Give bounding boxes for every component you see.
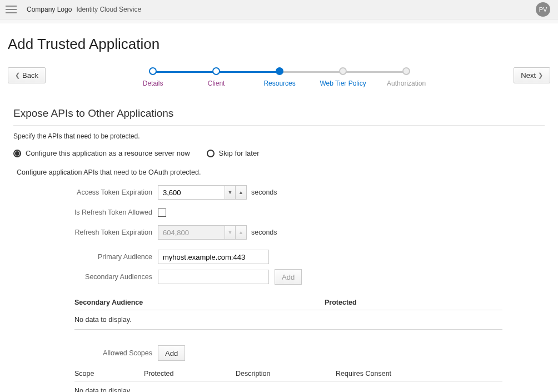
spinner-down-icon[interactable]: ▼: [225, 185, 236, 200]
spinner-up-icon: ▲: [236, 225, 247, 240]
next-label: Next: [521, 71, 536, 80]
refresh-token-expiration-input: [158, 225, 225, 240]
train-label: Details: [143, 80, 163, 87]
chevron-left-icon: ❮: [15, 72, 20, 79]
train-step-client[interactable]: Client: [185, 67, 248, 87]
train-step-resources[interactable]: Resources: [248, 67, 311, 87]
train-label: Client: [208, 80, 225, 87]
company-logo-text: Company Logo: [27, 6, 72, 13]
seconds-unit: seconds: [251, 188, 277, 196]
wizard-train: Details Client Resources Web Tier Policy: [46, 67, 514, 94]
radio-label: Skip for later: [219, 149, 260, 157]
header-separator: [0, 19, 558, 23]
access-token-expiration-label: Access Token Expiration: [13, 188, 158, 196]
spinner-down-icon: ▼: [225, 225, 236, 240]
avatar-initials: PV: [539, 6, 547, 13]
train-step-details[interactable]: Details: [121, 67, 185, 87]
primary-audience-input[interactable]: [158, 250, 269, 264]
col-protected: Protected: [144, 370, 236, 378]
next-button[interactable]: Next ❯: [514, 67, 550, 83]
add-scope-button[interactable]: Add: [158, 345, 185, 361]
col-requires-consent: Requires Consent: [336, 370, 391, 378]
spinner-up-icon[interactable]: ▲: [236, 185, 247, 200]
refresh-token-expiration-spinner: ▼ ▲: [158, 225, 247, 240]
col-scope: Scope: [74, 370, 144, 378]
wizard-navigation: ❮ Back Details Client Resources: [8, 67, 550, 94]
train-step-web-tier-policy[interactable]: Web Tier Policy: [311, 67, 375, 87]
col-protected: Protected: [325, 299, 357, 306]
service-name: Identity Cloud Service: [76, 6, 141, 13]
secondary-audiences-input[interactable]: [158, 270, 269, 284]
col-description: Description: [236, 370, 336, 378]
radio-label: Configure this application as a resource…: [26, 149, 190, 157]
train-label: Web Tier Policy: [320, 80, 366, 87]
menu-icon[interactable]: [6, 6, 17, 13]
allowed-scopes-label: Allowed Scopes: [13, 349, 158, 357]
secondary-audience-table: Secondary Audience Protected No data to …: [74, 295, 502, 330]
scopes-empty: No data to display.: [74, 381, 502, 392]
page-title: Add Trusted Application: [8, 36, 550, 53]
secondary-audiences-label: Secondary Audiences: [13, 273, 158, 281]
global-header: Company Logo Identity Cloud Service PV: [0, 0, 558, 19]
back-button[interactable]: ❮ Back: [8, 67, 46, 83]
section-title: Expose APIs to Other Applications: [13, 107, 545, 126]
access-token-expiration-input[interactable]: [158, 185, 225, 200]
refresh-token-expiration-label: Refresh Token Expiration: [13, 229, 158, 236]
train-label: Authorization: [387, 80, 426, 87]
train-step-authorization: Authorization: [375, 67, 438, 87]
train-label: Resources: [263, 80, 295, 87]
scopes-table: Scope Protected Description Requires Con…: [74, 366, 502, 392]
add-secondary-audience-button[interactable]: Add: [275, 269, 302, 285]
config-hint: Configure application APIs that need to …: [17, 168, 545, 176]
radio-configure-now[interactable]: Configure this application as a resource…: [13, 149, 190, 157]
chevron-right-icon: ❯: [538, 72, 543, 79]
secondary-audience-empty: No data to display.: [74, 310, 502, 330]
refresh-allowed-checkbox[interactable]: [158, 209, 166, 217]
primary-audience-label: Primary Audience: [13, 253, 158, 261]
access-token-expiration-spinner: ▼ ▲: [158, 185, 247, 200]
radio-icon: [207, 150, 215, 157]
col-secondary-audience: Secondary Audience: [74, 299, 325, 306]
radio-skip-later[interactable]: Skip for later: [207, 149, 260, 157]
seconds-unit: seconds: [251, 229, 277, 236]
user-avatar[interactable]: PV: [536, 2, 550, 17]
refresh-allowed-label: Is Refresh Token Allowed: [13, 209, 158, 216]
radio-icon: [13, 150, 21, 157]
back-label: Back: [22, 71, 38, 80]
section-hint: Specify the APIs that need to be protect…: [13, 132, 545, 140]
